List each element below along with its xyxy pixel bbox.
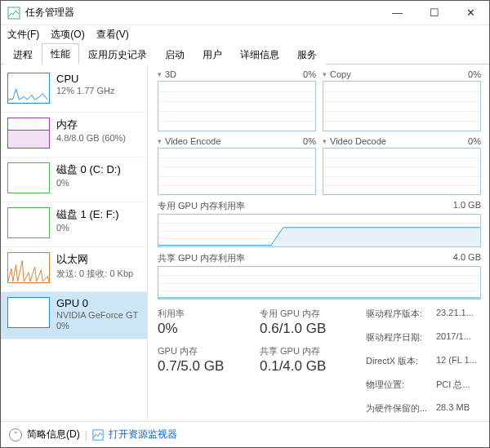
chart-vdec-label: Video Decode [330,136,386,146]
maximize-button[interactable]: ☐ [416,1,452,25]
sidebar-item-disk0[interactable]: 磁盘 0 (C: D:)0% [1,157,147,202]
separator: | [85,429,87,441]
disk0-title: 磁盘 0 (C: D:) [56,162,121,177]
directx-v: 12 (FL 1... [436,355,477,367]
window-title: 任务管理器 [25,6,379,20]
sidebar-item-gpu0[interactable]: GPU 0NVIDIA GeForce GT0% [1,292,147,339]
chevron-down-icon[interactable]: ▾ [158,70,162,78]
chart-copy-value: 0% [468,69,481,79]
tab-performance[interactable]: 性能 [42,43,79,64]
phys-loc-k: 物理位置: [366,379,431,391]
stats-block: 利用率0% GPU 内存0.7/5.0 GB 专用 GPU 内存0.6/1.0 … [158,308,481,418]
dedicated-max: 1.0 GB [453,200,481,212]
util-value: 0% [158,321,260,337]
footer-bar: ˄ 简略信息(D) | 打开资源监视器 [1,421,489,447]
ethernet-sub: 发送: 0 接收: 0 Kbp [56,268,133,280]
sidebar-item-ethernet[interactable]: 以太网发送: 0 接收: 0 Kbp [1,247,147,292]
hw-reserve-k: 为硬件保留的... [366,402,431,415]
chart-copy[interactable]: ▾Copy0% [323,69,481,131]
app-icon [7,7,20,20]
shr-label: 共享 GPU 内存 [260,345,366,357]
gpu0-title: GPU 0 [56,297,138,309]
driver-ver-k: 驱动程序版本: [366,308,431,320]
chart-video-encode[interactable]: ▾Video Encode0% [158,136,316,195]
tab-startup[interactable]: 启动 [156,44,194,64]
minimize-button[interactable]: — [379,1,416,25]
util-label: 利用率 [158,308,260,320]
menu-file[interactable]: 文件(F) [7,28,39,42]
tab-strip: 进程 性能 应用历史记录 启动 用户 详细信息 服务 [1,43,489,64]
directx-k: DirectX 版本: [366,355,431,367]
tab-processes[interactable]: 进程 [4,44,42,64]
gpu-mem-value: 0.7/5.0 GB [158,358,260,375]
sidebar-item-cpu[interactable]: CPU12% 1.77 GHz [1,68,147,113]
menu-view[interactable]: 查看(V) [96,28,129,42]
menu-bar: 文件(F) 选项(O) 查看(V) [1,25,489,43]
sidebar-item-disk1[interactable]: 磁盘 1 (E: F:)0% [1,202,147,247]
tab-users[interactable]: 用户 [194,44,231,64]
gpu0-sub: NVIDIA GeForce GT [56,310,138,320]
memory-sub: 4.8/8.0 GB (60%) [56,133,126,143]
resmon-icon [92,429,104,441]
chart-vdec-value: 0% [468,136,481,146]
driver-date-v: 2017/1... [436,331,471,344]
driver-date-k: 驱动程序日期: [366,331,431,344]
dedicated-label: 专用 GPU 内存利用率 [158,200,245,212]
driver-ver-v: 23.21.1... [436,308,474,320]
tab-details[interactable]: 详细信息 [231,44,288,64]
hw-reserve-v: 28.3 MB [436,402,470,415]
close-button[interactable]: ✕ [452,1,489,25]
ethernet-title: 以太网 [56,252,133,267]
tab-app-history[interactable]: 应用历史记录 [79,44,156,64]
ded-label: 专用 GPU 内存 [260,308,366,320]
svg-rect-2 [93,429,103,439]
chart-3d-value: 0% [303,69,316,79]
chevron-down-icon[interactable]: ▾ [323,70,327,78]
disk1-title: 磁盘 1 (E: F:) [56,207,119,222]
chart-venc-value: 0% [303,136,316,146]
gpu0-sub2: 0% [56,321,138,330]
chart-shared-memory[interactable] [158,266,481,299]
chevron-up-icon[interactable]: ˄ [9,428,22,441]
brief-info-link[interactable]: 简略信息(D) [27,428,80,441]
tab-services[interactable]: 服务 [288,44,326,64]
content-area: CPU12% 1.77 GHz 内存4.8/8.0 GB (60%) 磁盘 0 … [1,64,489,421]
chart-dedicated-memory[interactable] [158,214,481,247]
memory-title: 内存 [56,118,126,132]
chart-venc-label: Video Encode [165,136,220,146]
title-bar: 任务管理器 — ☐ ✕ [1,1,489,25]
ded-value: 0.6/1.0 GB [260,321,366,337]
shr-value: 0.1/4.0 GB [260,358,366,375]
shared-max: 4.0 GB [453,252,481,264]
sidebar: CPU12% 1.77 GHz 内存4.8/8.0 GB (60%) 磁盘 0 … [1,64,148,421]
chevron-down-icon[interactable]: ▾ [323,137,327,145]
menu-options[interactable]: 选项(O) [51,28,84,42]
sidebar-item-memory[interactable]: 内存4.8/8.0 GB (60%) [1,113,147,157]
open-resmon-link[interactable]: 打开资源监视器 [109,428,177,441]
chart-video-decode[interactable]: ▾Video Decode0% [323,136,481,195]
phys-loc-v: PCI 总... [436,379,470,391]
chevron-down-icon[interactable]: ▾ [158,137,162,145]
cpu-title: CPU [56,73,115,85]
cpu-sub: 12% 1.77 GHz [56,86,115,95]
chart-copy-label: Copy [330,69,351,79]
disk0-sub: 0% [56,178,121,188]
gpu-mem-label: GPU 内存 [158,345,260,357]
disk1-sub: 0% [56,223,119,233]
chart-3d-label: 3D [165,69,176,79]
main-panel: ▾3D0% ▾Copy0% ▾Video Encode0% ▾Video Dec… [148,64,489,421]
shared-label: 共享 GPU 内存利用率 [158,252,245,264]
chart-3d[interactable]: ▾3D0% [158,69,316,131]
